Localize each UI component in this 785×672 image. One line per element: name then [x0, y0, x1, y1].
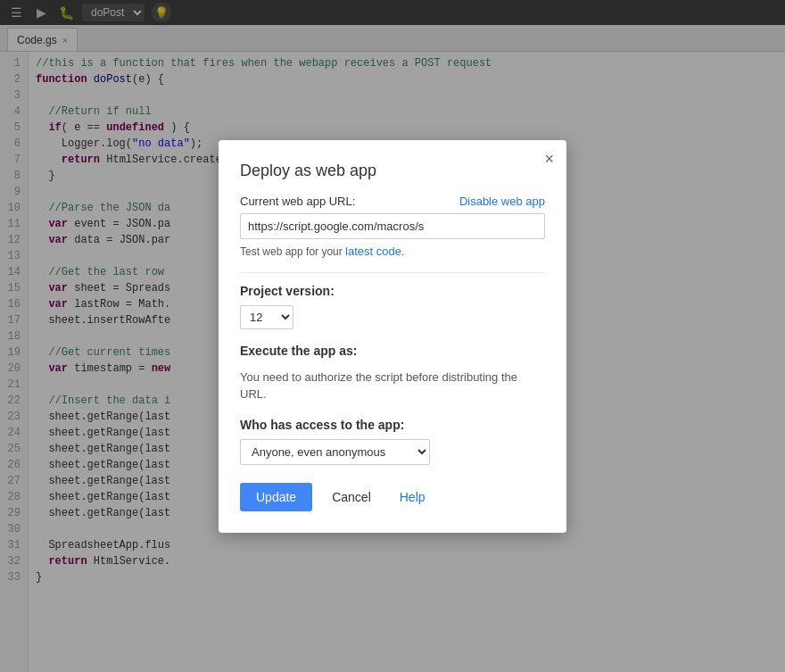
execute-note: You need to authorize the script before … [240, 369, 545, 403]
update-button[interactable]: Update [240, 483, 312, 511]
modal-title: Deploy as web app [240, 162, 545, 180]
execute-section: Execute the app as: [240, 344, 545, 358]
cancel-button[interactable]: Cancel [323, 483, 380, 511]
modal-overlay: × Deploy as web app Current web app URL:… [0, 0, 785, 672]
version-section: Project version: 12 [240, 284, 545, 329]
execute-label: Execute the app as: [240, 344, 545, 358]
access-section: Who has access to the app: Me (someone@e… [240, 418, 545, 465]
latest-code-link[interactable]: latest code [345, 245, 401, 258]
modal-actions: Update Cancel Help [240, 483, 545, 511]
help-button[interactable]: Help [391, 483, 434, 511]
version-select[interactable]: 12 [240, 305, 293, 329]
url-label: Current web app URL: [240, 195, 355, 208]
url-input[interactable] [240, 213, 545, 239]
disable-web-app-link[interactable]: Disable web app [459, 195, 545, 208]
url-hint: Test web app for your latest code. [240, 245, 545, 258]
access-label: Who has access to the app: [240, 418, 545, 432]
access-select[interactable]: Me (someone@example.com)AnyoneAnyone, ev… [240, 439, 430, 465]
modal-close-icon[interactable]: × [544, 151, 554, 167]
url-section: Current web app URL: Disable web app Tes… [240, 195, 545, 258]
deploy-modal: × Deploy as web app Current web app URL:… [219, 140, 566, 533]
version-label: Project version: [240, 284, 545, 298]
